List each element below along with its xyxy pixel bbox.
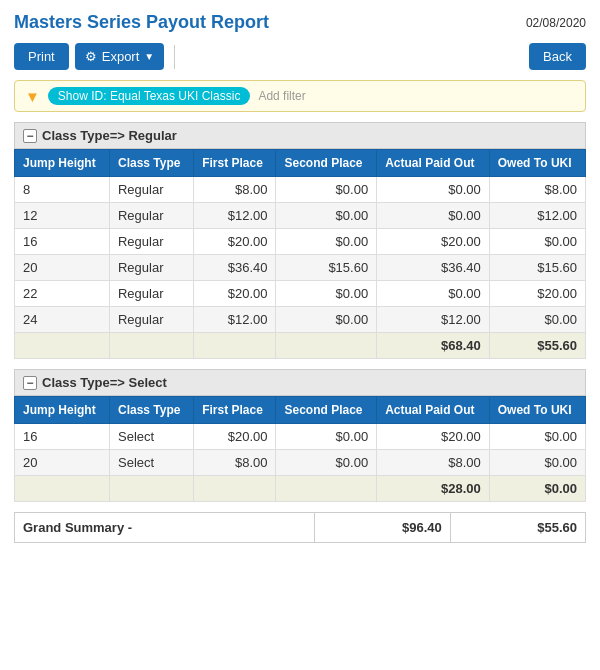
subtotal-empty-select-0 [15, 476, 110, 502]
cell-select-1-5: $0.00 [489, 450, 585, 476]
cell-regular-4-0: 22 [15, 281, 110, 307]
cell-regular-1-2: $12.00 [194, 203, 276, 229]
table-row: 20Regular$36.40$15.60$36.40$15.60 [15, 255, 586, 281]
table-select: Jump HeightClass TypeFirst PlaceSecond P… [14, 396, 586, 502]
cell-regular-1-5: $12.00 [489, 203, 585, 229]
toolbar-divider [174, 45, 175, 69]
back-button[interactable]: Back [529, 43, 586, 70]
cell-select-0-1: Select [109, 424, 193, 450]
cell-select-1-2: $8.00 [194, 450, 276, 476]
grand-summary-actual: $96.40 [315, 513, 450, 543]
table-row: 20Select$8.00$0.00$8.00$0.00 [15, 450, 586, 476]
col-header-select-2: First Place [194, 397, 276, 424]
subtotal-empty-select-1 [109, 476, 193, 502]
subtotal-empty-select-3 [276, 476, 377, 502]
subtotal-empty-regular-2 [194, 333, 276, 359]
cell-regular-4-3: $0.00 [276, 281, 377, 307]
section-header-select: − Class Type=> Select [14, 369, 586, 396]
cell-regular-1-0: 12 [15, 203, 110, 229]
cell-regular-2-5: $0.00 [489, 229, 585, 255]
header-row: Masters Series Payout Report 02/08/2020 [14, 12, 586, 33]
header-date: 02/08/2020 [526, 16, 586, 30]
subtotal-empty-regular-1 [109, 333, 193, 359]
cell-regular-5-0: 24 [15, 307, 110, 333]
cell-regular-3-2: $36.40 [194, 255, 276, 281]
table-row: 16Regular$20.00$0.00$20.00$0.00 [15, 229, 586, 255]
table-row: 12Regular$12.00$0.00$0.00$12.00 [15, 203, 586, 229]
table-row: 16Select$20.00$0.00$20.00$0.00 [15, 424, 586, 450]
table-row: 8Regular$8.00$0.00$0.00$8.00 [15, 177, 586, 203]
section-select: − Class Type=> SelectJump HeightClass Ty… [14, 369, 586, 502]
cell-regular-4-4: $0.00 [377, 281, 490, 307]
cell-select-0-4: $20.00 [377, 424, 490, 450]
col-header-regular-0: Jump Height [15, 150, 110, 177]
collapse-icon-regular[interactable]: − [23, 129, 37, 143]
collapse-icon-select[interactable]: − [23, 376, 37, 390]
cell-regular-3-3: $15.60 [276, 255, 377, 281]
cell-regular-4-5: $20.00 [489, 281, 585, 307]
grand-summary-row: Grand Summary - $96.40 $55.60 [15, 513, 586, 543]
export-button[interactable]: ⚙ Export ▼ [75, 43, 164, 70]
table-row: 24Regular$12.00$0.00$12.00$0.00 [15, 307, 586, 333]
cell-regular-2-1: Regular [109, 229, 193, 255]
cell-regular-3-5: $15.60 [489, 255, 585, 281]
cell-regular-5-4: $12.00 [377, 307, 490, 333]
cell-regular-2-2: $20.00 [194, 229, 276, 255]
subtotal-empty-regular-3 [276, 333, 377, 359]
filter-tag[interactable]: Show ID: Equal Texas UKI Classic [48, 87, 251, 105]
cell-regular-0-2: $8.00 [194, 177, 276, 203]
cell-regular-3-4: $36.40 [377, 255, 490, 281]
subtotal-empty-regular-0 [15, 333, 110, 359]
grand-summary-section: Grand Summary - $96.40 $55.60 [14, 512, 586, 543]
cell-select-0-0: 16 [15, 424, 110, 450]
subtotal-empty-select-2 [194, 476, 276, 502]
cell-regular-0-0: 8 [15, 177, 110, 203]
col-header-regular-1: Class Type [109, 150, 193, 177]
add-filter-link[interactable]: Add filter [258, 89, 305, 103]
cell-regular-0-1: Regular [109, 177, 193, 203]
export-label: Export [102, 49, 140, 64]
cell-regular-1-4: $0.00 [377, 203, 490, 229]
col-header-regular-2: First Place [194, 150, 276, 177]
subtotal-owed-select: $0.00 [489, 476, 585, 502]
col-header-regular-5: Owed To UKI [489, 150, 585, 177]
page-title: Masters Series Payout Report [14, 12, 269, 33]
cell-regular-5-5: $0.00 [489, 307, 585, 333]
cell-regular-1-1: Regular [109, 203, 193, 229]
col-header-select-3: Second Place [276, 397, 377, 424]
cell-select-1-3: $0.00 [276, 450, 377, 476]
toolbar-row: Print ⚙ Export ▼ Back [14, 43, 586, 70]
cell-regular-2-4: $20.00 [377, 229, 490, 255]
section-header-regular: − Class Type=> Regular [14, 122, 586, 149]
subtotal-actual-regular: $68.40 [377, 333, 490, 359]
cell-regular-3-0: 20 [15, 255, 110, 281]
col-header-select-5: Owed To UKI [489, 397, 585, 424]
cell-regular-1-3: $0.00 [276, 203, 377, 229]
sections-container: − Class Type=> RegularJump HeightClass T… [14, 122, 586, 502]
subtotal-row-select: $28.00$0.00 [15, 476, 586, 502]
cell-regular-2-3: $0.00 [276, 229, 377, 255]
gear-icon: ⚙ [85, 49, 97, 64]
cell-regular-0-5: $8.00 [489, 177, 585, 203]
filter-bar: ▼ Show ID: Equal Texas UKI Classic Add f… [14, 80, 586, 112]
grand-summary-owed: $55.60 [450, 513, 585, 543]
subtotal-owed-regular: $55.60 [489, 333, 585, 359]
cell-select-0-5: $0.00 [489, 424, 585, 450]
subtotal-row-regular: $68.40$55.60 [15, 333, 586, 359]
cell-select-1-0: 20 [15, 450, 110, 476]
print-button[interactable]: Print [14, 43, 69, 70]
toolbar-left: Print ⚙ Export ▼ [14, 43, 179, 70]
cell-regular-0-4: $0.00 [377, 177, 490, 203]
filter-icon: ▼ [25, 88, 40, 105]
chevron-down-icon: ▼ [144, 51, 154, 62]
table-regular: Jump HeightClass TypeFirst PlaceSecond P… [14, 149, 586, 359]
cell-regular-4-2: $20.00 [194, 281, 276, 307]
cell-select-0-2: $20.00 [194, 424, 276, 450]
grand-summary-label: Grand Summary - [15, 513, 315, 543]
table-row: 22Regular$20.00$0.00$0.00$20.00 [15, 281, 586, 307]
cell-regular-5-3: $0.00 [276, 307, 377, 333]
cell-select-1-4: $8.00 [377, 450, 490, 476]
col-header-select-4: Actual Paid Out [377, 397, 490, 424]
col-header-select-0: Jump Height [15, 397, 110, 424]
cell-select-1-1: Select [109, 450, 193, 476]
